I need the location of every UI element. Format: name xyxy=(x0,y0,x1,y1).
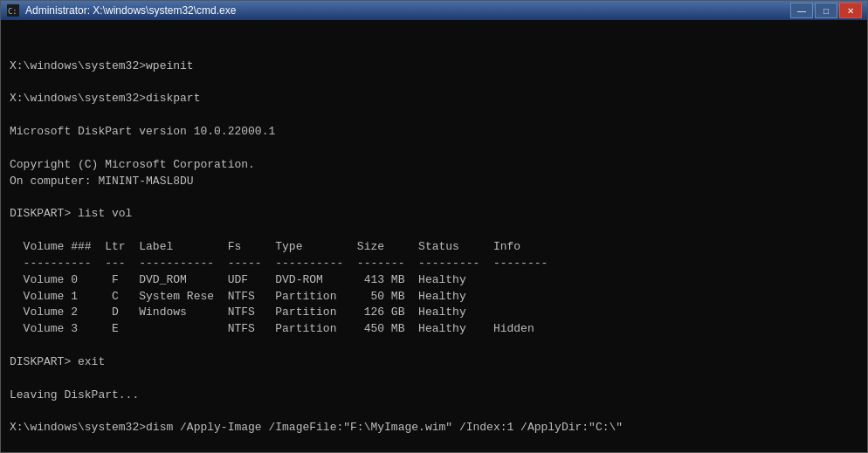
console-line: Volume 2 D Windows NTFS Partition 126 GB… xyxy=(10,305,858,321)
console-line: X:\windows\system32>diskpart xyxy=(10,91,858,107)
console-line xyxy=(10,75,858,92)
console-line: Volume ### Ltr Label Fs Type Size Status… xyxy=(10,239,858,256)
console-line: ---------- --- ----------- ----- -------… xyxy=(10,256,858,272)
console-line xyxy=(10,189,858,206)
console-line xyxy=(10,371,858,388)
console-line: On computer: MININT-MASL8DU xyxy=(10,174,858,190)
cmd-window: C: Administrator: X:\windows\system32\cm… xyxy=(0,0,868,453)
console-line: X:\windows\system32>dism /Apply-Image /I… xyxy=(10,420,858,436)
console-line: Volume 1 C System Rese NTFS Partition 50… xyxy=(10,289,858,305)
title-bar: C: Administrator: X:\windows\system32\cm… xyxy=(1,1,867,20)
console-line: Leaving DiskPart... xyxy=(10,388,858,404)
console-line: Copyright (C) Microsoft Corporation. xyxy=(10,157,858,174)
console-line xyxy=(10,223,858,239)
svg-text:C:: C: xyxy=(8,7,17,16)
console-line xyxy=(10,107,858,124)
console-line: Volume 3 E NTFS Partition 450 MB Healthy… xyxy=(10,321,858,338)
console-output: X:\windows\system32>wpeinitX:\windows\sy… xyxy=(1,20,867,452)
minimize-button[interactable]: — xyxy=(790,3,813,18)
console-line xyxy=(10,338,858,354)
cmd-icon: C: xyxy=(6,3,20,17)
window-title: Administrator: X:\windows\system32\cmd.e… xyxy=(25,4,790,17)
close-button[interactable]: ✕ xyxy=(839,3,862,18)
console-line: DISKPART> exit xyxy=(10,354,858,371)
console-line: Volume 0 F DVD_ROM UDF DVD-ROM 413 MB He… xyxy=(10,272,858,289)
console-line xyxy=(10,403,858,420)
console-line: X:\windows\system32>wpeinit xyxy=(10,58,858,75)
window-controls: — □ ✕ xyxy=(790,3,862,18)
console-line: DISKPART> list vol xyxy=(10,206,858,223)
console-line xyxy=(10,141,858,157)
console-line: Microsoft DiskPart version 10.0.22000.1 xyxy=(10,124,858,141)
maximize-button[interactable]: □ xyxy=(815,3,837,18)
